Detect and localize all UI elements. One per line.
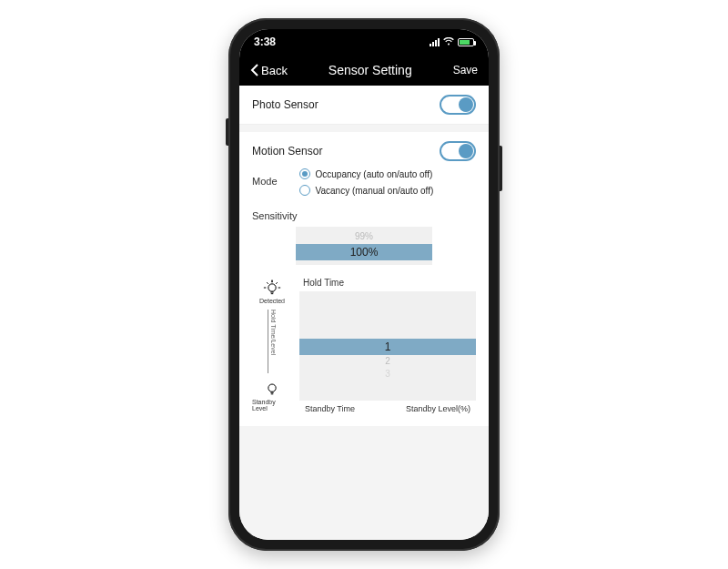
svg-point-0 bbox=[268, 284, 276, 291]
nav-bar: Back Sensor Setting Save bbox=[239, 55, 489, 86]
standby-level-col-label: Standby Level(%) bbox=[406, 404, 470, 413]
wifi-icon bbox=[443, 37, 454, 47]
motion-sensor-toggle[interactable] bbox=[440, 141, 476, 161]
standby-row: Standby Time Standby Level(%) bbox=[299, 404, 476, 413]
mode-block: Mode Occupancy (auto on/auto off) Vacanc… bbox=[252, 161, 476, 201]
phone-frame: 3:38 Back Sensor Setting Save Photo Se bbox=[228, 18, 500, 551]
axis-label: Hold Time/Level bbox=[268, 310, 277, 373]
signal-icon bbox=[430, 38, 440, 46]
mode-occupancy-label: Occupancy (auto on/auto off) bbox=[316, 169, 433, 179]
hold-time-label: Hold Time bbox=[299, 278, 476, 288]
mode-vacancy-label: Vacancy (manual on/auto off) bbox=[316, 186, 434, 196]
radio-icon bbox=[299, 185, 310, 196]
back-button[interactable]: Back bbox=[250, 64, 288, 77]
sensitivity-prev: 99% bbox=[296, 230, 432, 243]
hold-right: Hold Time 1 2 3 Standby Time Standby Lev… bbox=[299, 278, 476, 413]
content: Photo Sensor Motion Sensor Mode Occupanc… bbox=[239, 86, 489, 540]
sensitivity-picker[interactable]: 99% 100% bbox=[296, 227, 432, 265]
mode-radio-vacancy[interactable]: Vacancy (manual on/auto off) bbox=[299, 185, 434, 196]
radio-icon bbox=[299, 168, 310, 179]
hold-time-picker[interactable]: 1 2 3 bbox=[299, 291, 476, 401]
page-title: Sensor Setting bbox=[329, 63, 412, 77]
photo-sensor-row: Photo Sensor bbox=[239, 86, 489, 125]
detected-label: Detected bbox=[259, 298, 285, 304]
bulb-on-icon: Detected bbox=[259, 278, 285, 304]
motion-sensor-section: Motion Sensor Mode Occupancy (auto on/au… bbox=[239, 132, 489, 426]
photo-sensor-toggle[interactable] bbox=[440, 95, 476, 115]
status-time: 3:38 bbox=[254, 36, 276, 48]
mode-label: Mode bbox=[252, 168, 278, 187]
hold-axis: Detected Hold Time/Level Standby Level bbox=[252, 278, 292, 413]
hold-time-next2: 3 bbox=[299, 368, 476, 381]
chevron-left-icon bbox=[250, 64, 259, 76]
status-bar: 3:38 bbox=[239, 29, 489, 55]
sensitivity-value: 100% bbox=[296, 244, 432, 260]
hold-time-value: 1 bbox=[299, 339, 476, 355]
svg-point-1 bbox=[268, 384, 276, 391]
motion-sensor-label: Motion Sensor bbox=[252, 145, 322, 157]
battery-icon bbox=[458, 38, 474, 46]
standby-level-label: Standby Level bbox=[252, 399, 292, 412]
hold-time-next1: 2 bbox=[299, 355, 476, 368]
save-button[interactable]: Save bbox=[453, 64, 478, 76]
mode-radio-occupancy[interactable]: Occupancy (auto on/auto off) bbox=[299, 168, 434, 179]
status-indicators bbox=[430, 37, 474, 47]
sensitivity-label: Sensitivity bbox=[252, 210, 476, 221]
standby-time-label: Standby Time bbox=[305, 404, 355, 413]
screen: 3:38 Back Sensor Setting Save Photo Se bbox=[239, 29, 489, 540]
bulb-off-icon: Standby Level bbox=[252, 379, 292, 412]
hold-block: Detected Hold Time/Level Standby Level H… bbox=[252, 278, 476, 413]
photo-sensor-label: Photo Sensor bbox=[252, 98, 318, 111]
back-label: Back bbox=[261, 64, 288, 77]
